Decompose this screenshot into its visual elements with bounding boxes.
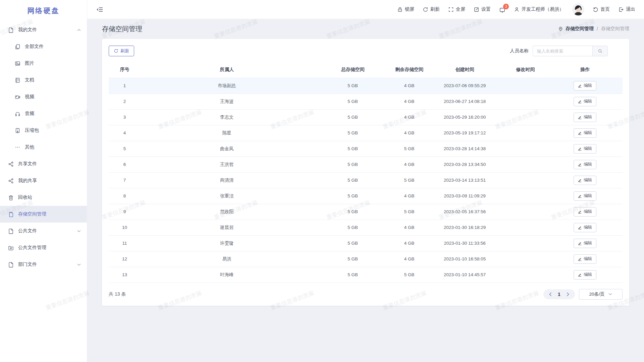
edit-pencil-icon — [578, 147, 582, 151]
current-page[interactable]: 1 — [555, 292, 564, 297]
cell-no: 12 — [109, 251, 141, 267]
edit-button[interactable]: 编辑 — [574, 160, 596, 169]
settings-button[interactable]: 设置 — [474, 6, 491, 12]
edit-button[interactable]: 编辑 — [574, 113, 596, 122]
cell-no: 10 — [109, 220, 141, 235]
edit-button[interactable]: 编辑 — [574, 223, 596, 232]
user-menu[interactable]: 开发工程师（易洪） — [514, 6, 564, 12]
sidebar-item-my-files[interactable]: 我的文件 — [0, 21, 87, 38]
content-card: 刷新 人员名称 序号 所属人 — [102, 39, 629, 306]
sidebar: 网络硬盘 我的文件 全部文件 图片 文档 视频 — [0, 0, 87, 362]
edit-button[interactable]: 编辑 — [574, 144, 596, 154]
notifications-button[interactable]: 3 — [499, 6, 505, 13]
sidebar-item-department-files[interactable]: 部门文件 — [0, 256, 87, 273]
edit-button[interactable]: 编辑 — [574, 81, 596, 90]
sidebar-item-documents[interactable]: 文档 — [0, 72, 87, 88]
home-button[interactable]: 首页 — [593, 6, 610, 12]
logout-icon — [618, 7, 624, 12]
cell-total: 5 GB — [313, 251, 392, 267]
cell-free: 4 GB — [392, 188, 426, 204]
cell-created: 2023-07-06 09:55:29 — [426, 78, 503, 94]
prev-page-button[interactable] — [546, 292, 555, 296]
lock-screen-label: 锁屏 — [405, 6, 414, 12]
edit-button[interactable]: 编辑 — [574, 128, 596, 138]
table-row: 12 易洪 5 GB 4 GB 2023-01-10 16:58:05 编辑 — [109, 251, 623, 267]
sidebar-item-others[interactable]: 其他 — [0, 139, 87, 156]
edit-button[interactable]: 编辑 — [574, 254, 596, 264]
share-icon — [8, 161, 14, 167]
edit-button[interactable]: 编辑 — [574, 239, 596, 248]
search-input[interactable] — [533, 46, 592, 56]
sidebar-item-public-files[interactable]: 公共文件 — [0, 223, 87, 239]
edit-button-label: 编辑 — [584, 130, 592, 136]
cell-total: 5 GB — [313, 188, 392, 204]
back-home-icon — [593, 7, 598, 12]
user-icon — [514, 7, 520, 12]
table-row: 2 王海波 5 GB 4 GB 2023-06-27 14:08:18 编辑 — [109, 94, 623, 109]
topbar: 锁屏 刷新 全屏 设置 3 — [87, 0, 644, 19]
edit-button[interactable]: 编辑 — [574, 191, 596, 201]
cell-free: 4 GB — [392, 235, 426, 251]
sidebar-item-archives[interactable]: 压缩包 — [0, 122, 87, 139]
share-icon — [8, 178, 14, 184]
edit-button[interactable]: 编辑 — [574, 97, 596, 106]
table-row: 10 谢晨芸 5 GB 4 GB 2023-01-30 16:18:29 编辑 — [109, 220, 623, 235]
cell-owner: 曲金凤 — [141, 141, 313, 157]
sidebar-item-images[interactable]: 图片 — [0, 55, 87, 72]
cell-no: 4 — [109, 125, 141, 141]
sidebar-item-recycle-bin[interactable]: 回收站 — [0, 189, 87, 206]
refresh-page-button[interactable]: 刷新 — [423, 6, 440, 12]
search-button[interactable] — [592, 46, 608, 56]
avatar[interactable] — [572, 3, 584, 15]
image-icon — [15, 61, 20, 66]
cell-no: 5 — [109, 141, 141, 157]
cell-no: 8 — [109, 188, 141, 204]
sidebar-item-videos[interactable]: 视频 — [0, 88, 87, 105]
sidebar-item-label: 文档 — [25, 77, 34, 83]
edit-pencil-icon — [578, 100, 582, 104]
file-icon — [8, 27, 14, 33]
cell-actions: 编辑 — [547, 125, 623, 141]
table-refresh-button[interactable]: 刷新 — [109, 46, 134, 56]
sidebar-item-label: 压缩包 — [25, 127, 39, 133]
fullscreen-button[interactable]: 全屏 — [448, 6, 465, 12]
sidebar-item-shared-files[interactable]: 共享文件 — [0, 156, 87, 172]
cell-total: 5 GB — [313, 172, 392, 188]
logout-label: 退出 — [626, 6, 635, 12]
cell-free: 4 GB — [392, 78, 426, 94]
fullscreen-icon — [448, 7, 454, 12]
edit-button[interactable]: 编辑 — [574, 270, 596, 280]
edit-pencil-icon — [578, 194, 582, 198]
cell-owner: 范政阳 — [141, 204, 313, 220]
logout-button[interactable]: 退出 — [618, 6, 635, 12]
sidebar-nav: 我的文件 全部文件 图片 文档 视频 音频 — [0, 21, 87, 273]
fullscreen-label: 全屏 — [456, 6, 465, 12]
sidebar-collapse-icon[interactable] — [97, 7, 103, 12]
sidebar-item-label: 公共文件 — [18, 228, 37, 234]
folder-manage-icon — [8, 245, 14, 251]
next-page-button[interactable] — [564, 292, 572, 296]
cell-actions: 编辑 — [547, 94, 623, 109]
lock-screen-button[interactable]: 锁屏 — [397, 6, 414, 12]
edit-button-label: 编辑 — [584, 240, 592, 246]
edit-button-label: 编辑 — [584, 114, 592, 120]
col-header-actions: 操作 — [547, 62, 623, 78]
page-size-select[interactable]: 20条/页 — [579, 289, 623, 300]
sidebar-item-audio[interactable]: 音频 — [0, 105, 87, 122]
cell-actions: 编辑 — [547, 220, 623, 235]
edit-button[interactable]: 编辑 — [574, 176, 596, 185]
edit-button-label: 编辑 — [584, 256, 592, 262]
sidebar-item-all-files[interactable]: 全部文件 — [0, 38, 87, 55]
breadcrumb-root[interactable]: 存储空间管理 — [558, 26, 594, 32]
cell-actions: 编辑 — [547, 251, 623, 267]
edit-button[interactable]: 编辑 — [574, 207, 596, 217]
sidebar-item-storage-management[interactable]: 存储空间管理 — [0, 206, 87, 223]
table-row: 6 王洪哲 5 GB 4 GB 2023-03-28 13:34:50 编辑 — [109, 157, 623, 172]
table-header-row: 序号 所属人 总存储空间 剩余存储空间 创建时间 修改时间 操作 — [109, 62, 623, 78]
cell-actions: 编辑 — [547, 141, 623, 157]
sidebar-item-public-file-management[interactable]: 公共文件管理 — [0, 239, 87, 256]
col-header-created: 创建时间 — [426, 62, 503, 78]
cell-created: 2023-03-09 11:09:29 — [426, 188, 503, 204]
cell-total: 5 GB — [313, 235, 392, 251]
sidebar-item-my-shares[interactable]: 我的共享 — [0, 172, 87, 189]
